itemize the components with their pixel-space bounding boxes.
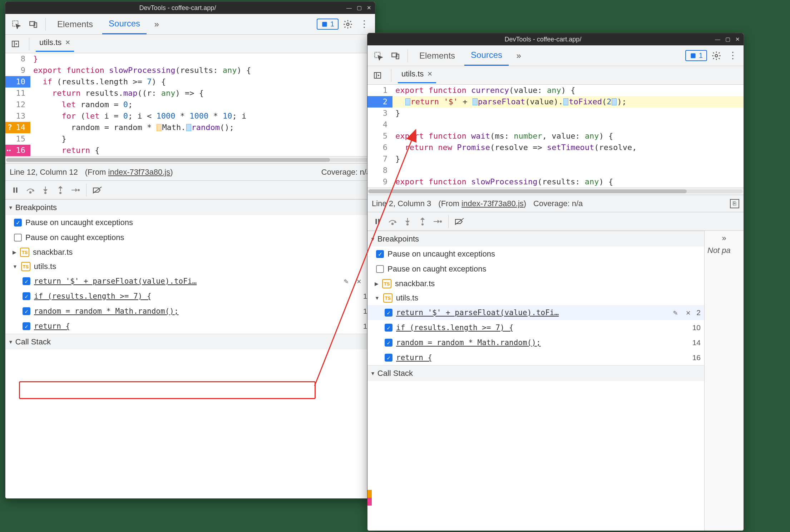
line-number-gutter[interactable]: 9 [5, 65, 30, 76]
code-line[interactable]: 10 if (results.length >= 7) { [5, 76, 375, 88]
step-over-icon[interactable] [386, 215, 399, 228]
line-number-gutter[interactable]: 8 [5, 53, 30, 65]
show-navigator-icon[interactable] [8, 37, 23, 51]
step-into-icon[interactable] [39, 184, 52, 197]
tab-sources[interactable]: Sources [464, 45, 509, 66]
section-call-stack[interactable]: ▼ Call Stack [5, 334, 375, 349]
more-tabs-icon[interactable]: » [149, 17, 164, 31]
code-line[interactable]: 16 return { [5, 145, 375, 156]
line-number-gutter[interactable]: 1 [367, 85, 392, 96]
line-content[interactable]: if (results.length >= 7) { [30, 76, 375, 88]
deactivate-breakpoints-icon[interactable] [453, 215, 466, 228]
breakpoint-item[interactable]: ✓return {16 [5, 319, 375, 334]
line-number-gutter[interactable]: 5 [367, 130, 392, 142]
code-editor[interactable]: 8}9export function slowProcessing(result… [5, 53, 375, 156]
line-number-gutter[interactable]: 15 [5, 133, 30, 145]
step-out-icon[interactable] [54, 184, 67, 197]
line-number-gutter[interactable]: 9 [367, 176, 392, 188]
tab-sources[interactable]: Sources [102, 14, 147, 34]
step-out-icon[interactable] [416, 215, 429, 228]
code-line[interactable]: 9export function slowProcessing(results:… [5, 65, 375, 76]
show-navigator-icon[interactable] [370, 68, 385, 83]
line-content[interactable]: for (let i = 0; i < 1000 * 1000 * 10; i [30, 110, 375, 122]
line-number-gutter[interactable]: 8 [367, 165, 392, 176]
minimize-icon[interactable]: — [715, 36, 720, 43]
kebab-menu-icon[interactable]: ⋮ [357, 17, 371, 31]
inspect-element-icon[interactable] [371, 49, 385, 63]
tab-elements[interactable]: Elements [413, 45, 461, 66]
line-number-gutter[interactable]: 10 [5, 76, 30, 88]
maximize-icon[interactable]: ▢ [357, 5, 362, 11]
code-editor[interactable]: 1export function currency(value: any) {2… [367, 85, 744, 188]
source-map-link[interactable]: index-73f73a80.js [108, 168, 171, 176]
pause-uncaught-toggle[interactable]: ✓Pause on uncaught exceptions [5, 215, 375, 230]
line-content[interactable] [392, 165, 744, 176]
issues-badge[interactable]: 1 [685, 50, 707, 61]
remove-breakpoint-icon[interactable]: ✕ [354, 277, 364, 285]
code-line[interactable]: 8} [5, 53, 375, 65]
line-number-gutter[interactable]: 12 [5, 99, 30, 110]
debugger-sidebar[interactable]: ▼ Breakpoints✓Pause on uncaught exceptio… [5, 199, 375, 498]
code-line[interactable]: 4 [367, 119, 744, 130]
device-toolbar-icon[interactable] [26, 17, 40, 31]
line-content[interactable]: return new Promise(resolve => setTimeout… [392, 142, 744, 153]
pause-caught-toggle[interactable]: Pause on caught exceptions [5, 230, 375, 245]
breakpoint-file-snackbar[interactable]: ▶TSsnackbar.ts [367, 277, 704, 291]
line-content[interactable]: return { [30, 145, 375, 156]
line-number-gutter[interactable]: 4 [367, 119, 392, 130]
code-line[interactable]: 2 return '$' + parseFloat(value).toFixed… [367, 96, 744, 108]
close-tab-icon[interactable]: ✕ [427, 70, 433, 78]
pause-icon[interactable] [9, 184, 22, 197]
file-tab-utils[interactable]: utils.ts ✕ [36, 36, 74, 52]
section-call-stack[interactable]: ▼ Call Stack [367, 365, 704, 381]
code-line[interactable]: 9export function slowProcessing(results:… [367, 176, 744, 188]
file-tab-utils[interactable]: utils.ts ✕ [398, 67, 436, 83]
breakpoint-item[interactable]: ✓if (results.length >= 7) {10 [367, 320, 704, 335]
more-tabs-icon[interactable]: » [512, 49, 526, 63]
edit-breakpoint-icon[interactable]: ✎ [341, 277, 351, 285]
line-content[interactable]: let random = 0; [30, 99, 375, 110]
pause-uncaught-toggle[interactable]: ✓Pause on uncaught exceptions [367, 247, 704, 262]
source-map-link[interactable]: index-73f73a80.js [461, 199, 524, 208]
minimize-icon[interactable]: — [346, 5, 352, 11]
step-icon[interactable] [69, 184, 82, 197]
close-tab-icon[interactable]: ✕ [65, 39, 70, 46]
maximize-icon[interactable]: ▢ [725, 36, 730, 43]
line-number-gutter[interactable]: 3 [367, 108, 392, 119]
line-content[interactable]: return '$' + parseFloat(value).toFixed(2… [392, 96, 744, 108]
line-content[interactable]: } [30, 53, 375, 65]
breakpoint-item[interactable]: ✓random = random * Math.random();14 [5, 304, 375, 319]
close-window-icon[interactable]: ✕ [735, 36, 740, 43]
code-line[interactable]: 3} [367, 108, 744, 119]
breakpoint-item[interactable]: ✓return '$' + parseFloat(value).toFi…✎✕2 [5, 274, 375, 289]
line-content[interactable]: export function wait(ms: number, value: … [392, 130, 744, 142]
code-line[interactable]: 15 } [5, 133, 375, 145]
section-breakpoints[interactable]: ▼ Breakpoints [367, 231, 704, 247]
line-number-gutter[interactable]: 16 [5, 145, 30, 156]
remove-breakpoint-icon[interactable]: ✕ [683, 308, 693, 317]
line-number-gutter[interactable]: 2 [367, 96, 392, 108]
line-content[interactable]: export function currency(value: any) { [392, 85, 744, 96]
horizontal-scrollbar[interactable] [367, 188, 744, 195]
code-line[interactable]: 7} [367, 153, 744, 165]
code-line[interactable]: 5export function wait(ms: number, value:… [367, 130, 744, 142]
kebab-menu-icon[interactable]: ⋮ [726, 49, 740, 63]
line-content[interactable] [392, 119, 744, 130]
line-number-gutter[interactable]: 11 [5, 88, 30, 99]
deactivate-breakpoints-icon[interactable] [91, 184, 104, 197]
breakpoint-file-utils[interactable]: ▼TSutils.ts [5, 259, 375, 274]
settings-gear-icon[interactable] [709, 49, 724, 63]
breakpoint-file-snackbar[interactable]: ▶TSsnackbar.ts [5, 245, 375, 259]
device-toolbar-icon[interactable] [388, 49, 403, 63]
issues-badge[interactable]: 1 [317, 19, 339, 30]
code-line[interactable]: 11 return results.map((r: any) => { [5, 88, 375, 99]
line-number-gutter[interactable]: 6 [367, 142, 392, 153]
line-content[interactable]: export function slowProcessing(results: … [392, 176, 744, 188]
breakpoint-item[interactable]: ✓return '$' + parseFloat(value).toFi…✎✕2 [367, 305, 704, 320]
tab-elements[interactable]: Elements [51, 14, 99, 34]
line-content[interactable]: } [392, 108, 744, 119]
breakpoint-item[interactable]: ✓return {16 [367, 350, 704, 365]
line-content[interactable]: export function slowProcessing(results: … [30, 65, 375, 76]
line-content[interactable]: random = random * Math.random(); [30, 122, 375, 133]
code-line[interactable]: 12 let random = 0; [5, 99, 375, 110]
